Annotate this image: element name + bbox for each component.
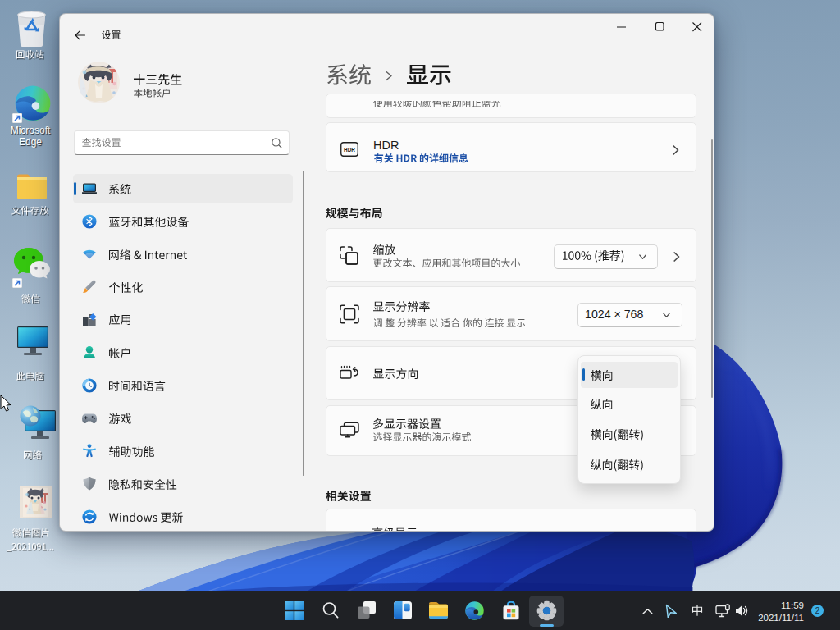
svg-text:HDR: HDR [344,146,355,152]
